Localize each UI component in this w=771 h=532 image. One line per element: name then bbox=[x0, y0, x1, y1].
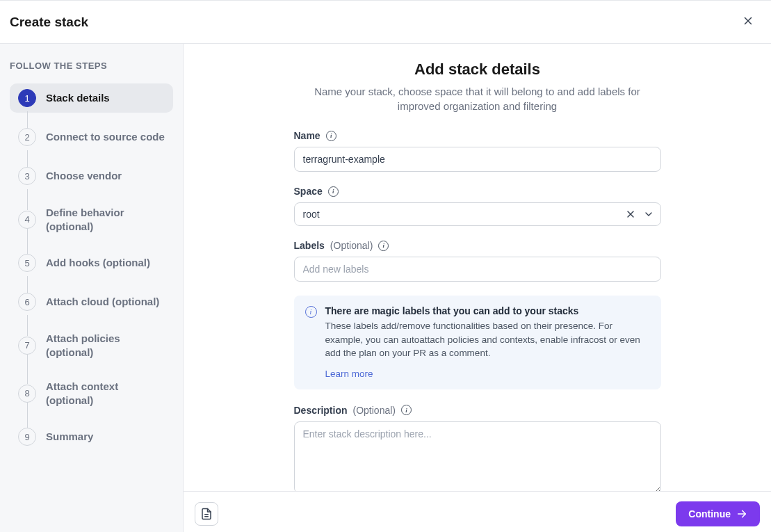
step-number: 2 bbox=[18, 128, 36, 146]
info-icon[interactable]: i bbox=[401, 405, 412, 415]
info-icon[interactable]: i bbox=[328, 186, 339, 197]
space-select[interactable]: root bbox=[294, 202, 661, 226]
close-button[interactable] bbox=[739, 12, 757, 32]
step-number: 6 bbox=[18, 293, 36, 311]
step-9[interactable]: 9Summary bbox=[10, 422, 173, 451]
close-icon bbox=[742, 15, 754, 27]
step-label: Define behavior (optional) bbox=[46, 206, 165, 233]
steps-sidebar: Follow the steps 1Stack details2Connect … bbox=[0, 44, 184, 532]
callout-title: There are magic labels that you can add … bbox=[325, 305, 650, 316]
step-number: 4 bbox=[18, 211, 36, 229]
space-label: Space bbox=[294, 186, 323, 197]
description-textarea[interactable] bbox=[294, 421, 661, 491]
labels-input[interactable] bbox=[294, 257, 661, 282]
step-label: Attach cloud (optional) bbox=[46, 295, 159, 309]
step-7[interactable]: 7Attach policies (optional) bbox=[10, 326, 173, 364]
step-number: 8 bbox=[18, 385, 36, 403]
step-1[interactable]: 1Stack details bbox=[10, 83, 173, 113]
step-number: 3 bbox=[18, 167, 36, 185]
info-icon[interactable]: i bbox=[326, 131, 336, 141]
step-2[interactable]: 2Connect to source code bbox=[10, 122, 173, 152]
step-5[interactable]: 5Add hooks (optional) bbox=[10, 248, 173, 277]
step-label: Connect to source code bbox=[46, 130, 165, 144]
step-6[interactable]: 6Attach cloud (optional) bbox=[10, 287, 173, 316]
step-label: Stack details bbox=[46, 91, 110, 105]
step-label: Add hooks (optional) bbox=[46, 256, 150, 270]
callout-text: These labels add/remove functionalities … bbox=[325, 319, 650, 360]
info-icon[interactable]: i bbox=[378, 241, 389, 251]
continue-button[interactable]: Continue bbox=[676, 501, 760, 526]
step-label: Attach context (optional) bbox=[46, 380, 165, 407]
step-3[interactable]: 3Choose vendor bbox=[10, 161, 173, 191]
step-number: 7 bbox=[18, 337, 36, 355]
chevron-down-icon[interactable] bbox=[643, 209, 654, 220]
step-8[interactable]: 8Attach context (optional) bbox=[10, 374, 173, 412]
clear-icon[interactable] bbox=[625, 209, 636, 220]
sidebar-heading: Follow the steps bbox=[10, 61, 173, 71]
modal-header: Create stack bbox=[0, 0, 771, 44]
labels-label: Labels bbox=[294, 240, 325, 251]
name-label: Name bbox=[294, 130, 320, 141]
field-name: Name i bbox=[294, 130, 661, 172]
learn-more-link[interactable]: Learn more bbox=[325, 369, 373, 379]
field-labels: Labels (Optional) i bbox=[294, 240, 661, 282]
magic-labels-callout: i There are magic labels that you can ad… bbox=[294, 296, 661, 389]
field-description: Description (Optional) i bbox=[294, 405, 661, 491]
main-panel: Add stack details Name your stack, choos… bbox=[184, 44, 771, 532]
step-4[interactable]: 4Define behavior (optional) bbox=[10, 200, 173, 239]
document-icon bbox=[200, 508, 213, 520]
step-label: Summary bbox=[46, 430, 93, 444]
info-icon: i bbox=[305, 306, 317, 318]
step-number: 9 bbox=[18, 428, 36, 446]
document-button[interactable] bbox=[195, 502, 218, 526]
footer-bar: Continue bbox=[184, 491, 771, 532]
step-number: 5 bbox=[18, 254, 36, 272]
description-optional: (Optional) bbox=[353, 405, 396, 416]
name-input[interactable] bbox=[294, 147, 661, 172]
field-space: Space i root bbox=[294, 186, 661, 226]
page-subtitle: Name your stack, choose space that it wi… bbox=[297, 84, 658, 113]
step-label: Choose vendor bbox=[46, 169, 122, 183]
arrow-right-icon bbox=[736, 508, 747, 519]
continue-label: Continue bbox=[688, 508, 731, 519]
labels-optional: (Optional) bbox=[330, 240, 373, 251]
step-number: 1 bbox=[18, 89, 36, 107]
description-label: Description bbox=[294, 405, 348, 416]
modal-title: Create stack bbox=[10, 15, 88, 30]
page-title: Add stack details bbox=[211, 61, 743, 79]
step-label: Attach policies (optional) bbox=[46, 332, 165, 359]
